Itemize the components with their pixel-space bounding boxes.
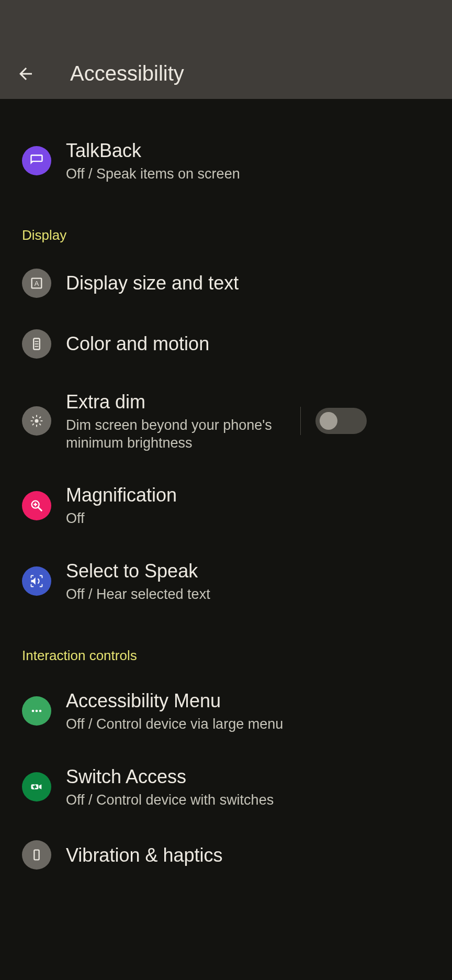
display-size-icon: A xyxy=(22,269,51,298)
setting-extra-dim[interactable]: Extra dim Dim screen beyond your phone's… xyxy=(0,374,452,468)
magnification-icon xyxy=(22,491,51,520)
text-block: Select to Speak Off / Hear selected text xyxy=(66,559,430,604)
text-block: Display size and text xyxy=(66,271,430,295)
svg-line-18 xyxy=(38,507,41,510)
setting-subtitle: Off / Control device via large menu xyxy=(66,716,430,733)
text-block: TalkBack Off / Speak items on screen xyxy=(66,139,430,183)
app-bar: Accessibility xyxy=(0,0,452,99)
setting-display-size-text[interactable]: A Display size and text xyxy=(0,253,452,314)
setting-title: Select to Speak xyxy=(66,559,430,583)
vibration-icon xyxy=(22,840,51,870)
svg-line-14 xyxy=(40,417,41,418)
page-title: Accessibility xyxy=(70,62,184,85)
setting-title: Extra dim xyxy=(66,390,291,414)
setting-title: Vibration & haptics xyxy=(66,843,430,867)
section-display: Display xyxy=(0,199,452,253)
setting-subtitle: Off xyxy=(66,510,430,528)
setting-switch-access[interactable]: Switch Access Off / Control device with … xyxy=(0,749,452,825)
setting-title: Magnification xyxy=(66,483,430,507)
section-interaction-controls: Interaction controls xyxy=(0,619,452,673)
setting-subtitle: Off / Speak items on screen xyxy=(66,165,430,183)
svg-line-11 xyxy=(33,417,34,418)
talkback-icon xyxy=(22,146,51,175)
svg-text:A: A xyxy=(35,279,39,287)
setting-subtitle: Off / Hear selected text xyxy=(66,586,430,604)
svg-line-13 xyxy=(33,424,34,425)
text-block: Accessibility Menu Off / Control device … xyxy=(66,689,430,733)
setting-magnification[interactable]: Magnification Off xyxy=(0,467,452,543)
switch-access-icon xyxy=(22,772,51,801)
settings-list: TalkBack Off / Speak items on screen Dis… xyxy=(0,99,452,885)
extra-dim-icon xyxy=(22,406,51,436)
setting-select-to-speak[interactable]: Select to Speak Off / Hear selected text xyxy=(0,543,452,619)
svg-point-21 xyxy=(39,710,42,712)
text-block: Magnification Off xyxy=(66,483,430,528)
text-block: Extra dim Dim screen beyond your phone's… xyxy=(66,390,291,452)
setting-subtitle: Dim screen beyond your phone's minimum b… xyxy=(66,417,291,452)
svg-point-20 xyxy=(36,710,38,712)
text-block: Switch Access Off / Control device with … xyxy=(66,765,430,809)
select-to-speak-icon xyxy=(22,566,51,596)
back-button[interactable] xyxy=(0,64,51,85)
color-motion-icon xyxy=(22,329,51,359)
setting-accessibility-menu[interactable]: Accessibility Menu Off / Control device … xyxy=(0,673,452,749)
accessibility-menu-icon xyxy=(22,696,51,726)
svg-point-6 xyxy=(35,419,39,423)
setting-title: Switch Access xyxy=(66,765,430,788)
toggle-knob xyxy=(320,412,337,430)
svg-line-12 xyxy=(40,424,41,425)
setting-title: Accessibility Menu xyxy=(66,689,430,712)
setting-title: Color and motion xyxy=(66,332,430,355)
svg-point-19 xyxy=(32,710,35,712)
setting-subtitle: Off / Control device with switches xyxy=(66,792,430,809)
extra-dim-toggle[interactable] xyxy=(315,408,367,434)
setting-title: TalkBack xyxy=(66,139,430,162)
setting-title: Display size and text xyxy=(66,271,430,295)
svg-rect-23 xyxy=(34,850,39,860)
toggle-container xyxy=(300,407,367,435)
setting-vibration-haptics[interactable]: Vibration & haptics xyxy=(0,825,452,885)
text-block: Vibration & haptics xyxy=(66,843,430,867)
setting-color-motion[interactable]: Color and motion xyxy=(0,314,452,374)
text-block: Color and motion xyxy=(66,332,430,355)
setting-talkback[interactable]: TalkBack Off / Speak items on screen xyxy=(0,123,452,199)
arrow-left-icon xyxy=(16,64,35,83)
